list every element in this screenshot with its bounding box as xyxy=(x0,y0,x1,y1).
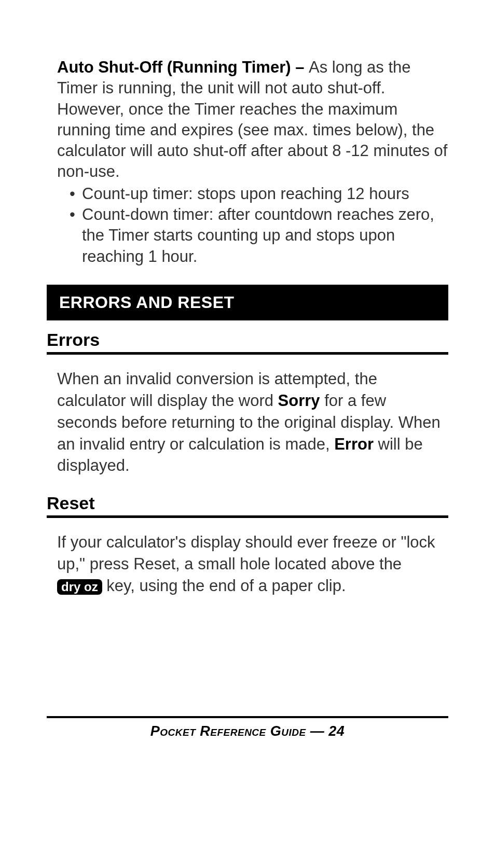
auto-shutoff-body: As long as the Timer is running, the uni… xyxy=(57,58,447,180)
page-footer: Pocket Reference Guide — 24 xyxy=(47,716,448,739)
bullet-item: Count-up timer: stops upon reaching 12 h… xyxy=(70,184,448,204)
page-content: Auto Shut-Off (Running Timer) – As long … xyxy=(0,0,495,597)
sorry-word: Sorry xyxy=(278,391,320,410)
auto-shutoff-section: Auto Shut-Off (Running Timer) – As long … xyxy=(47,57,448,267)
dry-oz-key-label: dry oz xyxy=(57,579,102,595)
section-bar-errors-reset: ERRORS AND RESET xyxy=(47,285,448,320)
bullet-list: Count-up timer: stops upon reaching 12 h… xyxy=(57,184,448,267)
auto-shutoff-title: Auto Shut-Off (Running Timer) – xyxy=(57,58,309,76)
errors-body: When an invalid conversion is attempted,… xyxy=(47,368,448,477)
reset-body: If your calculator's display should ever… xyxy=(47,531,448,597)
footer-text: Pocket Reference Guide — 24 xyxy=(47,723,448,739)
errors-heading: Errors xyxy=(47,330,448,350)
divider xyxy=(47,515,448,518)
reset-heading: Reset xyxy=(47,493,448,513)
error-word: Error xyxy=(334,435,374,453)
divider xyxy=(47,352,448,355)
bullet-item: Count-down timer: after countdown reache… xyxy=(70,204,448,267)
footer-divider xyxy=(47,716,448,718)
